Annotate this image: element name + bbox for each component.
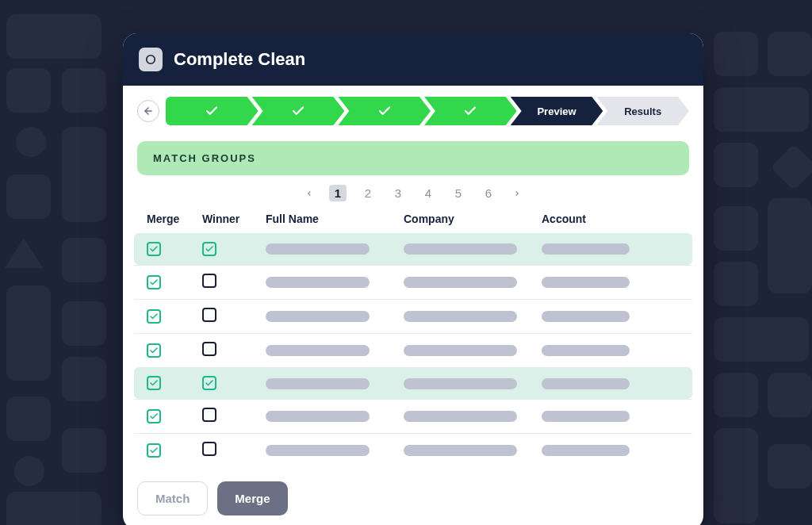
step-1-done[interactable] [166,97,259,125]
app-header: Complete Clean [123,33,703,86]
table-row [134,265,692,299]
match-table: Merge Winner Full Name Company Account [123,205,703,467]
winner-checkbox[interactable] [202,408,216,422]
winner-checkbox[interactable] [202,308,216,322]
step-4-done[interactable] [424,97,517,125]
merge-checkbox[interactable] [147,309,161,324]
full-name-value [266,277,370,288]
merge-button[interactable]: Merge [217,481,287,515]
table-row [134,333,692,367]
page-number[interactable]: 1 [329,185,347,201]
app-icon [139,48,163,71]
step-label: Results [624,105,661,117]
company-value [404,311,517,322]
step-2-done[interactable] [252,97,345,125]
account-value [542,243,630,255]
table-header: Merge Winner Full Name Company Account [134,205,692,233]
winner-checkbox[interactable] [202,274,216,288]
merge-checkbox[interactable] [147,275,161,289]
col-merge: Merge [147,213,202,225]
company-value [404,378,517,389]
back-button[interactable] [137,100,159,122]
company-value [404,411,517,422]
winner-checkbox[interactable] [202,242,216,256]
col-company: Company [404,213,542,225]
merge-checkbox[interactable] [147,376,161,390]
pagination: 123456 [123,175,703,205]
winner-checkbox[interactable] [202,342,216,356]
winner-checkbox[interactable] [202,442,216,456]
step-3-done[interactable] [338,97,431,125]
table-row [134,399,692,433]
app-title: Complete Clean [174,49,305,70]
step-label: Preview [537,105,576,117]
table-row [134,299,692,333]
step-results[interactable]: Results [596,97,689,125]
account-value [542,411,630,422]
full-name-value [266,445,370,456]
svg-point-0 [147,56,155,64]
company-value [404,445,517,456]
company-value [404,345,517,356]
col-winner: Winner [202,213,266,225]
progress-stepper: Preview Results [166,97,689,125]
full-name-value [266,311,370,322]
full-name-value [266,411,370,422]
account-value [542,311,630,322]
account-value [542,277,630,288]
account-value [542,378,630,389]
page-next[interactable] [510,185,524,201]
merge-checkbox[interactable] [147,343,161,358]
page-number[interactable]: 2 [359,185,377,201]
page-number[interactable]: 4 [419,185,437,201]
page-number[interactable]: 5 [450,185,467,201]
col-account: Account [542,213,680,225]
company-value [404,277,517,288]
merge-checkbox[interactable] [147,443,161,458]
stepper-row: Preview Results [123,86,703,133]
full-name-value [266,345,370,356]
table-row [134,367,692,399]
page-number[interactable]: 3 [389,185,407,201]
app-card: Complete Clean Preview Results MATCH GRO… [123,33,703,525]
company-value [404,243,517,255]
full-name-value [266,378,370,389]
merge-checkbox[interactable] [147,242,161,256]
winner-checkbox[interactable] [202,376,216,390]
col-fullname: Full Name [266,213,404,225]
page-number[interactable]: 6 [480,185,497,201]
account-value [542,445,630,456]
page-prev[interactable] [302,185,316,201]
full-name-value [266,243,370,255]
section-title: MATCH GROUPS [137,141,689,175]
table-row [134,433,692,467]
merge-checkbox[interactable] [147,409,161,423]
account-value [542,345,630,356]
table-row [134,233,692,265]
match-button[interactable]: Match [137,481,208,515]
step-preview[interactable]: Preview [511,97,603,125]
footer-actions: Match Merge [123,467,703,525]
